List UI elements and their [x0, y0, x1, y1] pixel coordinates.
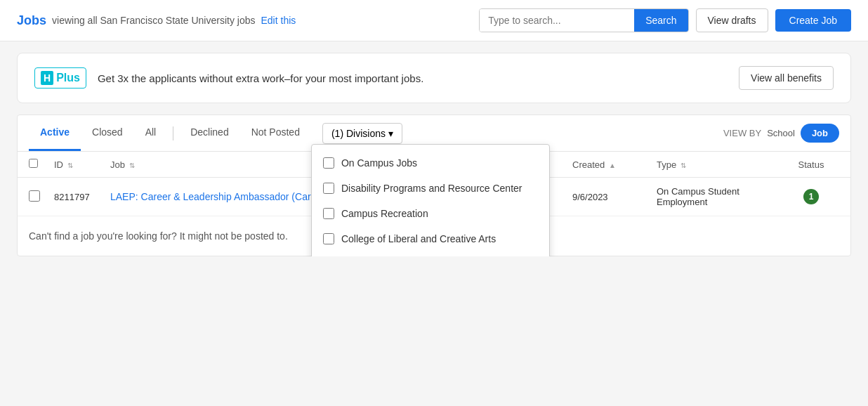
dropdown-label-college-liberal-arts[interactable]: College of Liberal and Creative Arts — [341, 233, 496, 244]
id-sort-icon[interactable]: ⇅ — [67, 162, 73, 169]
dropdown-label-campus-recreation[interactable]: Campus Recreation — [341, 208, 428, 219]
header-status: Status — [783, 159, 839, 170]
divisions-dropdown: On Campus Jobs Disability Programs and R… — [311, 144, 550, 257]
divisions-filter-button[interactable]: (1) Divisions ▾ — [322, 123, 402, 144]
header-id: ID ⇅ — [54, 159, 110, 170]
header-checkbox-col — [29, 159, 54, 170]
tabs: Active Closed All Declined Not Posted — [29, 115, 311, 151]
search-input[interactable] — [480, 9, 634, 32]
main-content: Active Closed All Declined Not Posted (1… — [17, 114, 851, 256]
checkbox-disability-programs[interactable] — [323, 183, 334, 194]
divisions-filter-label: (1) Divisions — [331, 128, 386, 139]
tab-closed[interactable]: Closed — [81, 115, 134, 151]
promo-logo-plus: Plus — [56, 72, 80, 84]
filter-wrapper: (1) Divisions ▾ On Campus Jobs Disabilit… — [311, 123, 402, 144]
tab-declined[interactable]: Declined — [179, 115, 239, 151]
view-benefits-button[interactable]: View all benefits — [739, 66, 834, 90]
dropdown-label-disability-programs[interactable]: Disability Programs and Resource Center — [341, 183, 522, 194]
status-badge: 1 — [803, 189, 819, 204]
row-checkbox-col — [29, 190, 54, 204]
row-created: 9/6/2023 — [572, 192, 657, 202]
promo-banner: H Plus Get 3x the applicants without ext… — [17, 53, 851, 103]
row-status: 1 — [783, 189, 839, 204]
search-button[interactable]: Search — [634, 9, 688, 32]
row-type: On Campus Student Employment — [657, 186, 783, 207]
view-by-label: VIEW BY — [723, 128, 761, 138]
dropdown-item-campus-recreation[interactable]: Campus Recreation — [312, 201, 549, 226]
top-bar-right: Search View drafts Create Job — [479, 8, 851, 32]
checkbox-on-campus-jobs[interactable] — [323, 157, 334, 169]
edit-this-link[interactable]: Edit this — [261, 15, 296, 26]
viewing-text: viewing all San Francisco State Universi… — [52, 15, 255, 26]
tab-all[interactable]: All — [134, 115, 168, 151]
checkbox-college-liberal-arts[interactable] — [323, 233, 334, 244]
row-checkbox[interactable] — [29, 190, 40, 202]
header-created: Created ▲ — [572, 159, 657, 170]
select-all-checkbox[interactable] — [29, 159, 38, 168]
type-sort-icon[interactable]: ⇅ — [680, 162, 686, 169]
created-sort-icon[interactable]: ▲ — [609, 162, 616, 169]
top-bar-left: Jobs viewing all San Francisco State Uni… — [17, 13, 473, 28]
promo-text: Get 3x the applicants without extra work… — [98, 72, 728, 84]
header-type: Type ⇅ — [657, 159, 783, 170]
jobs-title: Jobs — [17, 13, 46, 28]
tab-not-posted[interactable]: Not Posted — [240, 115, 311, 151]
top-bar: Jobs viewing all San Francisco State Uni… — [0, 0, 868, 41]
dropdown-item-career-leadership[interactable]: Career & Leadership Development (1) — [312, 251, 549, 257]
view-drafts-button[interactable]: View drafts — [696, 8, 768, 32]
dropdown-item-disability-programs[interactable]: Disability Programs and Resource Center — [312, 176, 549, 201]
view-by-section: VIEW BY School Job — [723, 124, 839, 143]
view-by-school-button[interactable]: School — [767, 128, 795, 138]
job-sort-icon[interactable]: ⇅ — [129, 162, 135, 169]
dropdown-label-on-campus-jobs[interactable]: On Campus Jobs — [341, 157, 417, 169]
promo-logo: H Plus — [34, 67, 86, 89]
checkbox-campus-recreation[interactable] — [323, 208, 334, 219]
search-box: Search — [479, 8, 688, 32]
dropdown-item-on-campus-jobs[interactable]: On Campus Jobs — [312, 150, 549, 176]
row-id: 8211797 — [54, 192, 110, 202]
tabs-filter-row: Active Closed All Declined Not Posted (1… — [18, 115, 850, 152]
view-by-job-button[interactable]: Job — [801, 124, 839, 143]
tab-divider — [173, 126, 173, 140]
create-job-button[interactable]: Create Job — [775, 9, 851, 32]
promo-logo-h: H — [41, 71, 53, 85]
dropdown-item-college-liberal-arts[interactable]: College of Liberal and Creative Arts — [312, 226, 549, 251]
dropdown-arrow-icon: ▾ — [388, 128, 393, 139]
tab-active[interactable]: Active — [29, 115, 81, 151]
